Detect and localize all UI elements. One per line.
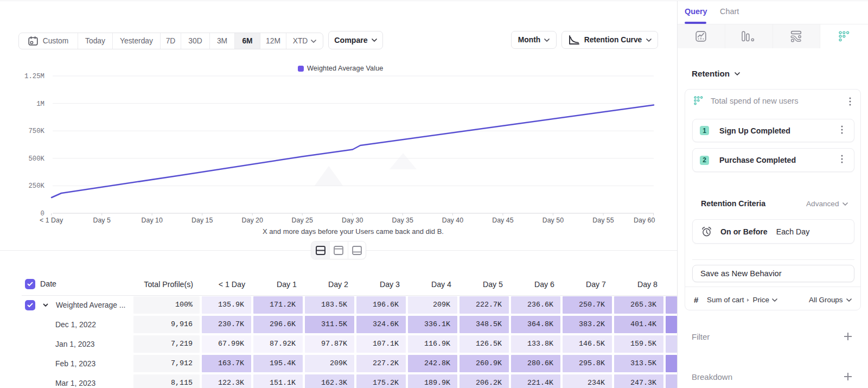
svg-text:Day 25: Day 25 — [292, 217, 313, 224]
svg-text:Day 30: Day 30 — [342, 217, 363, 224]
svg-text:Day 35: Day 35 — [392, 217, 413, 224]
svg-text:Day 45: Day 45 — [492, 217, 513, 224]
svg-text:1M: 1M — [36, 100, 44, 108]
svg-text:Day 10: Day 10 — [142, 217, 163, 224]
svg-text:Day 15: Day 15 — [192, 217, 213, 224]
svg-text:750K: 750K — [28, 128, 44, 135]
svg-text:Day 55: Day 55 — [592, 217, 614, 224]
svg-text:Day 20: Day 20 — [242, 217, 263, 224]
svg-text:1.25M: 1.25M — [24, 73, 44, 80]
svg-text:500K: 500K — [28, 155, 44, 163]
svg-text:Day 50: Day 50 — [542, 217, 564, 224]
svg-text:250K: 250K — [28, 182, 44, 190]
svg-text:Day 60: Day 60 — [634, 217, 655, 224]
svg-text:Day 40: Day 40 — [442, 217, 463, 224]
svg-text:Day 5: Day 5 — [93, 217, 111, 224]
svg-text:< 1 Day: < 1 Day — [40, 217, 63, 224]
